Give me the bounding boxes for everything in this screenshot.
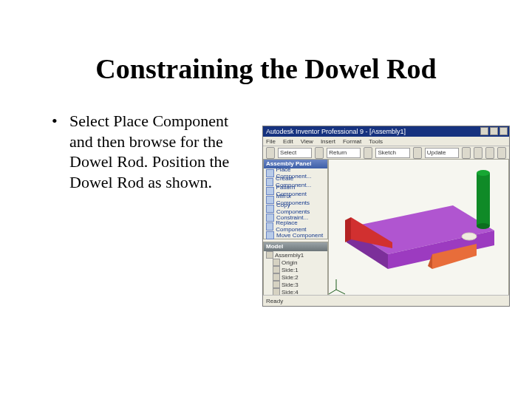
- browser-node[interactable]: Side:2: [264, 273, 327, 281]
- window-close-button[interactable]: [499, 127, 508, 135]
- menu-item[interactable]: View: [301, 138, 313, 145]
- part-icon: [273, 273, 280, 281]
- toolbar-return-field[interactable]: Return: [327, 148, 361, 158]
- toolbar-update-field[interactable]: Update: [425, 148, 459, 158]
- mirror-icon: [266, 196, 274, 204]
- toolbar-select-field[interactable]: Select: [278, 148, 312, 158]
- embedded-screenshot: Autodesk Inventor Professional 9 - [Asse…: [262, 126, 510, 307]
- copy-icon: [266, 205, 274, 213]
- 3d-viewport[interactable]: [328, 159, 509, 296]
- assembly-panel: Assembly Panel Place Component... Create…: [263, 159, 328, 239]
- part-icon: [273, 266, 280, 273]
- pattern-icon: [266, 187, 274, 195]
- browser-root[interactable]: Assembly1: [264, 251, 327, 259]
- move-icon: [266, 231, 274, 239]
- toolbar-sketch-field[interactable]: Sketch: [375, 148, 409, 158]
- bullet-item: Select Place Component and then browse f…: [52, 111, 251, 192]
- component-icon: [266, 178, 273, 186]
- component-icon: [266, 169, 274, 177]
- svg-line-13: [329, 290, 336, 294]
- statusbar: Ready: [263, 295, 509, 306]
- menu-item[interactable]: Edit: [283, 138, 293, 145]
- svg-marker-3: [345, 217, 351, 242]
- browser-node[interactable]: Origin: [264, 259, 327, 266]
- model-browser: Model Assembly1 Origin Side:1 Side:2 Sid…: [263, 242, 328, 296]
- toolbar-button[interactable]: [474, 147, 482, 159]
- client-area: Assembly Panel Place Component... Create…: [263, 159, 509, 296]
- panel-item-replace[interactable]: Replace Component: [264, 222, 327, 231]
- status-text: Ready: [266, 298, 283, 304]
- folder-icon: [273, 259, 280, 266]
- window-title: Autodesk Inventor Professional 9 - [Asse…: [266, 128, 406, 135]
- window-min-button[interactable]: [480, 127, 488, 135]
- assembly-icon: [266, 251, 273, 259]
- toolbar-button[interactable]: [485, 147, 494, 159]
- toolbar-button[interactable]: [413, 147, 422, 159]
- slide-title: Constraining the Dowel Rod: [0, 52, 532, 85]
- panel-item-move[interactable]: Move Component: [264, 231, 327, 239]
- menubar[interactable]: File Edit View Insert Format Tools: [263, 137, 509, 146]
- model-browser-title: Model: [264, 242, 327, 251]
- window-titlebar: Autodesk Inventor Professional 9 - [Asse…: [263, 126, 509, 137]
- menu-item[interactable]: Format: [343, 138, 361, 145]
- svg-point-9: [477, 170, 490, 176]
- menu-item[interactable]: Tools: [369, 138, 383, 145]
- svg-line-12: [336, 290, 345, 294]
- toolbar-button[interactable]: [462, 147, 471, 159]
- browser-node[interactable]: Side:1: [264, 266, 327, 273]
- replace-icon: [266, 222, 273, 231]
- toolbar-button[interactable]: [364, 147, 372, 159]
- svg-point-5: [462, 233, 477, 240]
- svg-rect-8: [477, 173, 490, 226]
- window-max-button[interactable]: [490, 127, 498, 135]
- svg-point-10: [477, 223, 490, 229]
- toolbar-button[interactable]: [315, 147, 324, 159]
- toolbar-button[interactable]: [266, 147, 275, 159]
- constraint-icon: [266, 214, 274, 222]
- menu-item[interactable]: File: [266, 138, 276, 145]
- model-render: [329, 160, 509, 297]
- slide-body: Select Place Component and then browse f…: [52, 111, 251, 192]
- toolbar-button[interactable]: [497, 147, 506, 159]
- menu-item[interactable]: Insert: [321, 138, 335, 145]
- browser-node[interactable]: Side:3: [264, 281, 327, 288]
- panel-item-copy[interactable]: Copy Components: [264, 204, 327, 213]
- part-icon: [273, 281, 280, 288]
